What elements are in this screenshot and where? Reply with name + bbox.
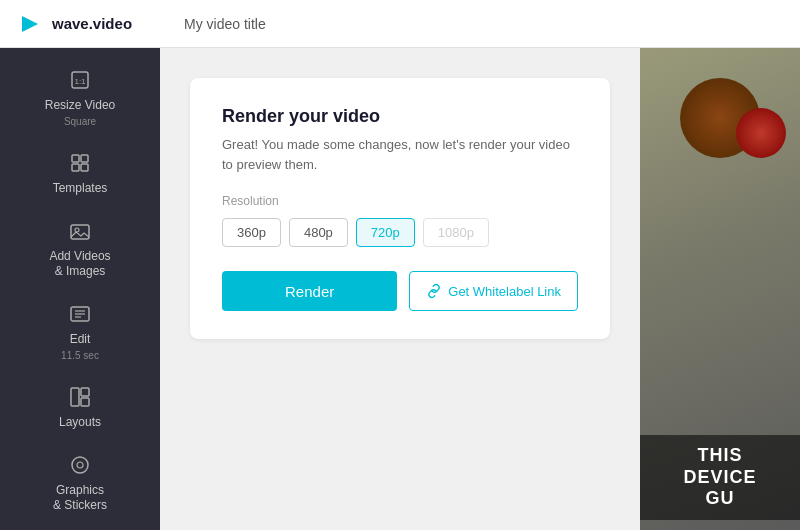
sidebar-item-edit[interactable]: Edit11.5 sec — [0, 290, 160, 373]
sidebar-item-layouts-label: Layouts — [59, 415, 101, 431]
logo-area: wave.video — [16, 10, 176, 38]
whitelabel-label: Get Whitelabel Link — [448, 284, 561, 299]
app-body: 1:1 Resize VideoSquare Templates Add Vid… — [0, 48, 800, 530]
resolution-720p[interactable]: 720p — [356, 218, 415, 247]
svg-rect-5 — [72, 164, 79, 171]
svg-rect-15 — [81, 398, 89, 406]
card-title: Render your video — [222, 106, 578, 127]
render-button[interactable]: Render — [222, 271, 397, 311]
video-title[interactable]: My video title — [184, 16, 266, 32]
svg-point-17 — [77, 462, 83, 468]
resolution-label: Resolution — [222, 194, 578, 208]
sidebar-item-templates-label: Templates — [53, 181, 108, 197]
sidebar-item-layouts[interactable]: Layouts — [0, 373, 160, 441]
svg-rect-6 — [81, 164, 88, 171]
sidebar-item-resize-video[interactable]: 1:1 Resize VideoSquare — [0, 56, 160, 139]
whitelabel-button[interactable]: Get Whitelabel Link — [409, 271, 578, 311]
svg-marker-0 — [22, 16, 38, 32]
graphics-icon — [66, 451, 94, 479]
resolution-1080p[interactable]: 1080p — [423, 218, 489, 247]
svg-rect-4 — [81, 155, 88, 162]
sidebar-item-templates[interactable]: Templates — [0, 139, 160, 207]
preview-panel: THISDEVICEGU — [640, 48, 800, 530]
layouts-icon — [66, 383, 94, 411]
sidebar-item-add-videos-label: Add Videos& Images — [49, 249, 110, 280]
resolution-options: 360p 480p 720p 1080p — [222, 218, 578, 247]
wave-logo-icon — [16, 10, 44, 38]
resolution-480p[interactable]: 480p — [289, 218, 348, 247]
card-subtitle: Great! You made some changes, now let's … — [222, 135, 578, 174]
svg-rect-7 — [71, 225, 89, 239]
svg-rect-14 — [81, 388, 89, 396]
sidebar-item-watermarks[interactable]: Watermarks — [0, 524, 160, 530]
action-buttons: Render Get Whitelabel Link — [222, 271, 578, 311]
svg-point-8 — [75, 228, 79, 232]
main-content: Render your video Great! You made some c… — [160, 48, 800, 530]
link-icon — [426, 283, 442, 299]
media-icon — [66, 217, 94, 245]
edit-icon — [66, 300, 94, 328]
app-header: wave.video My video title — [0, 0, 800, 48]
render-card: Render your video Great! You made some c… — [190, 78, 610, 339]
resize-icon: 1:1 — [66, 66, 94, 94]
svg-point-16 — [72, 457, 88, 473]
logo-text: wave.video — [52, 15, 132, 32]
resolution-360p[interactable]: 360p — [222, 218, 281, 247]
svg-rect-13 — [71, 388, 79, 406]
sidebar-item-add-videos[interactable]: Add Videos& Images — [0, 207, 160, 290]
preview-overlay-text: THISDEVICEGU — [640, 435, 800, 520]
svg-text:1:1: 1:1 — [74, 77, 86, 86]
sidebar-item-graphics[interactable]: Graphics& Stickers — [0, 441, 160, 524]
preview-image: THISDEVICEGU — [640, 48, 800, 530]
svg-rect-3 — [72, 155, 79, 162]
sidebar: 1:1 Resize VideoSquare Templates Add Vid… — [0, 48, 160, 530]
sidebar-item-graphics-label: Graphics& Stickers — [53, 483, 107, 514]
card-area: Render your video Great! You made some c… — [160, 48, 640, 530]
sidebar-item-edit-label: Edit11.5 sec — [61, 332, 99, 363]
templates-icon — [66, 149, 94, 177]
sidebar-item-resize-label: Resize VideoSquare — [45, 98, 116, 129]
